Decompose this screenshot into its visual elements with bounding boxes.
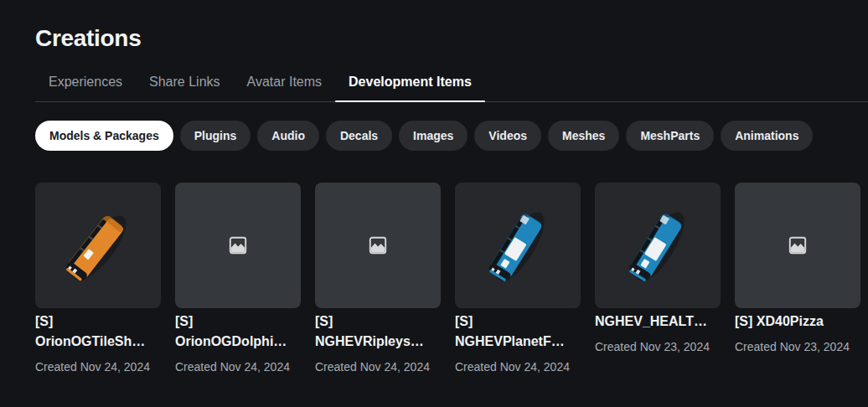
image-placeholder-icon	[788, 236, 807, 255]
tab-experiences[interactable]: Experiences	[35, 74, 136, 101]
creations-grid: [S] OrionOGTileSh… Created Nov 24, 2024 …	[35, 183, 868, 374]
creation-title[interactable]: [S] NGHEVPlanetF…	[455, 312, 581, 352]
creation-date: Created Nov 24, 2024	[175, 359, 301, 374]
creation-title[interactable]: [S] OrionOGTileSh…	[35, 312, 161, 352]
filter-animations[interactable]: Animations	[721, 121, 813, 151]
filter-meshparts[interactable]: MeshParts	[626, 121, 714, 151]
creation-card[interactable]: [S] NGHEVPlanetF… Created Nov 24, 2024	[455, 183, 581, 374]
image-placeholder-icon	[229, 236, 247, 255]
creation-thumbnail[interactable]	[735, 183, 860, 308]
creation-date: Created Nov 23, 2024	[595, 339, 721, 354]
creation-thumbnail[interactable]	[35, 183, 161, 308]
creation-title[interactable]: [S] OrionOGDolphi…	[175, 312, 301, 352]
tab-share-links[interactable]: Share Links	[136, 74, 234, 101]
creation-card[interactable]: NGHEV_HEALT… Created Nov 23, 2024	[595, 183, 721, 354]
tab-avatar-items[interactable]: Avatar Items	[234, 74, 336, 101]
creation-thumbnail[interactable]	[455, 183, 581, 308]
tab-development-items[interactable]: Development Items	[335, 74, 485, 101]
creation-card[interactable]: [S] NGHEVRipleys… Created Nov 24, 2024	[315, 183, 441, 374]
orange-bus-thumbnail	[49, 196, 147, 295]
creation-date: Created Nov 24, 2024	[35, 359, 161, 374]
filter-plugins[interactable]: Plugins	[180, 121, 251, 151]
filter-decals[interactable]: Decals	[326, 121, 392, 151]
creation-thumbnail[interactable]	[315, 183, 441, 308]
blue-bus-thumbnail	[468, 196, 567, 295]
creation-title[interactable]: NGHEV_HEALT…	[595, 312, 721, 332]
tab-bar: Experiences Share Links Avatar Items Dev…	[35, 74, 868, 102]
filter-models-packages[interactable]: Models & Packages	[35, 121, 173, 151]
creation-title[interactable]: [S] XD40Pizza	[735, 312, 860, 332]
creations-page: Creations Experiences Share Links Avatar…	[0, 0, 868, 374]
creation-title[interactable]: [S] NGHEVRipleys…	[315, 312, 441, 352]
filter-audio[interactable]: Audio	[257, 121, 319, 151]
page-title: Creations	[35, 25, 868, 52]
creation-date: Created Nov 24, 2024	[315, 359, 441, 374]
creation-card[interactable]: [S] OrionOGTileSh… Created Nov 24, 2024	[35, 183, 161, 374]
filter-images[interactable]: Images	[399, 121, 468, 151]
filter-meshes[interactable]: Meshes	[548, 121, 619, 151]
image-placeholder-icon	[369, 236, 387, 255]
creation-card[interactable]: [S] OrionOGDolphi… Created Nov 24, 2024	[175, 183, 301, 374]
creation-date: Created Nov 24, 2024	[455, 359, 581, 374]
creation-card[interactable]: [S] XD40Pizza Created Nov 23, 2024	[735, 183, 860, 354]
creation-thumbnail[interactable]	[595, 183, 721, 308]
filter-pills: Models & Packages Plugins Audio Decals I…	[35, 121, 868, 151]
filter-videos[interactable]: Videos	[474, 121, 541, 151]
creation-date: Created Nov 23, 2024	[735, 339, 860, 354]
blue-bus-thumbnail	[608, 196, 707, 295]
creation-thumbnail[interactable]	[175, 183, 301, 308]
